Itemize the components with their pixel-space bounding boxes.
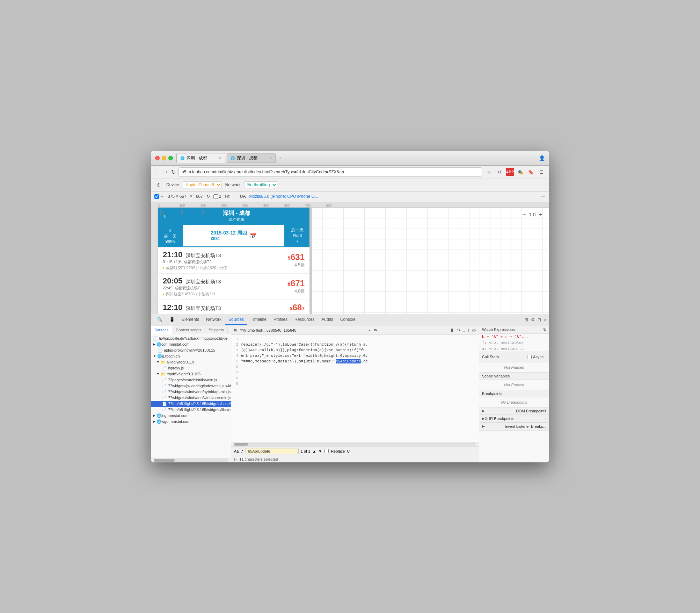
- more-files-icon[interactable]: ≫: [373, 328, 378, 332]
- step-into-btn[interactable]: ↓: [463, 327, 465, 333]
- tab-audits[interactable]: Audits: [318, 315, 336, 325]
- devtools-mobile-icon[interactable]: 📱: [166, 315, 178, 325]
- tab-1-close[interactable]: ×: [219, 156, 221, 160]
- sources-file-tab: ⊞ ??trip/h5-fligh...5700540_165640 × ≫ ⏸…: [231, 326, 479, 335]
- maximize-button[interactable]: [168, 156, 173, 160]
- tab-console[interactable]: Console: [337, 315, 359, 325]
- expand-files-icon[interactable]: ⊞: [234, 328, 237, 332]
- reload-button[interactable]: ↻: [171, 169, 176, 175]
- calendar-icon[interactable]: 📅: [250, 232, 257, 239]
- tree-hybridapi[interactable]: 📄 ??widgets/windvane/hybridapi-min.js,wi…: [151, 389, 231, 395]
- tree-aplus-proxy[interactable]: 📄 aplus-proxy.html?v=20130115: [151, 347, 231, 353]
- callstack-header[interactable]: Call Stack Async: [479, 352, 549, 362]
- tree-wgo-mmstat[interactable]: ▶ 🌐 wgo.mmstat.com: [151, 419, 231, 425]
- network-select[interactable]: No throttling: [244, 181, 277, 188]
- close-file-tab-btn[interactable]: ×: [369, 328, 371, 332]
- pause-btn[interactable]: ⏸: [450, 327, 454, 333]
- zoom-minus-btn[interactable]: −: [523, 211, 526, 218]
- tab-elements[interactable]: Elements: [178, 315, 203, 325]
- search-prev-btn[interactable]: ▲: [312, 449, 316, 453]
- file-icon-aplus: 📄: [158, 348, 163, 353]
- event-breakpoints-header[interactable]: ▶ Event Listener Breakp...: [479, 423, 549, 430]
- tab-2-close[interactable]: ×: [270, 156, 272, 160]
- tab-resources[interactable]: Resources: [291, 315, 318, 325]
- deactivate-btn[interactable]: ⊘: [472, 327, 476, 333]
- extensions-icon[interactable]: 🎭: [516, 168, 525, 176]
- sources-tree-scrollbar[interactable]: [151, 458, 231, 462]
- fullscreen-icon[interactable]: ⊡: [538, 317, 541, 322]
- tab-2[interactable]: 🌐 深圳 - 成都 ×: [227, 153, 276, 163]
- tab-network[interactable]: Network: [203, 315, 225, 325]
- devtools-search-icon[interactable]: 🔍: [154, 315, 166, 325]
- bookmark-icon[interactable]: ☆: [485, 168, 493, 176]
- step-over-btn[interactable]: ↷: [457, 327, 461, 333]
- file-icon-qasee: 📄: [162, 402, 167, 406]
- ruler-top: 0 100 200 300 400 500 600 700 800: [158, 202, 549, 208]
- tab-timeline[interactable]: Timeline: [247, 315, 270, 325]
- viewport-content: ‹ 深圳 - 成都 51个航班 ‹ 前一天 ¥655: [158, 208, 549, 314]
- tree-reset[interactable]: 📄 ??trip/h5-flight/0.3.165/widgets/libs/…: [151, 407, 231, 413]
- braces-icon[interactable]: {}: [234, 457, 236, 461]
- watch-expressions-header[interactable]: Watch Expressions ↻: [479, 326, 549, 334]
- tree-h5apiupdate[interactable]: 📄 h5ApiUpdate.do?callback=mtopjsonp2&typ…: [151, 336, 231, 341]
- devtools-toggle-icon[interactable]: ⏱: [154, 181, 163, 189]
- settings-icon[interactable]: ⚙: [531, 317, 535, 322]
- refresh-icon[interactable]: ↺: [495, 168, 504, 176]
- expand-arrow-logmmstat: ▶: [153, 414, 155, 417]
- copy-btn[interactable]: C: [347, 449, 350, 453]
- new-tab-button[interactable]: +: [278, 155, 282, 161]
- code-content[interactable]: 1 2 replace(/_/g,"-").toLowerCase()}func…: [231, 335, 479, 442]
- tree-trip-folder[interactable]: ▼ 📁 trip/h5-flight/0.3.165: [151, 371, 231, 377]
- flight-row-2[interactable]: 20:05 深圳宝安机场T3 22:45 成都双流机场T1 ● 四川航空3U87…: [158, 274, 309, 300]
- adblock-icon[interactable]: ABP: [506, 168, 514, 176]
- step-out-btn[interactable]: ↑: [467, 327, 470, 333]
- replace-checkbox[interactable]: [324, 449, 329, 453]
- save-icon[interactable]: 🔖: [527, 168, 535, 176]
- tree-searchlist[interactable]: 📄 ??pages/searchlist/list-min.js: [151, 377, 231, 383]
- back-button[interactable]: ←: [154, 169, 160, 175]
- responsive-toggle[interactable]: [154, 194, 159, 199]
- zoom-value: 1.0: [529, 212, 535, 217]
- tab-profiles[interactable]: Profiles: [270, 315, 291, 325]
- code-editor[interactable]: 1 2 replace(/_/g,"-").toLowerCase()}func…: [231, 335, 479, 446]
- xhr-breakpoints-header[interactable]: ▶ XHR Breakpoints +: [479, 415, 549, 423]
- flight-row-3[interactable]: 12:10 深圳宝安机场T3 ¥687: [158, 300, 309, 314]
- tree-qa-see[interactable]: 📄 ??trip/h5-flight/0.3.165/widgets/base/…: [151, 401, 231, 407]
- url-bar[interactable]: h5.m.taobao.com/trip/flight/searchlist/i…: [178, 167, 482, 176]
- more-options-icon[interactable]: ···: [541, 193, 546, 200]
- tree-js-loading[interactable]: 📄 ??widgets/js-loading/index-min.js,widg…: [151, 383, 231, 389]
- watch-refresh-btn[interactable]: ↻: [543, 327, 546, 332]
- tree-windvane[interactable]: 📄 ??widgets/windvane/windvane-min.js,wid…: [151, 395, 231, 401]
- sources-subtab-content[interactable]: Content scripts: [172, 326, 205, 334]
- tab-1[interactable]: 🌐 深圳 - 成都 ×: [176, 153, 225, 163]
- xhr-add-btn[interactable]: +: [544, 417, 546, 421]
- rotate-icon[interactable]: ↻: [206, 194, 210, 199]
- date-next-btn[interactable]: 后一天 ¥553 ›: [285, 224, 309, 247]
- sources-subtab-snippets[interactable]: Snippets: [205, 326, 228, 334]
- async-checkbox[interactable]: [527, 355, 532, 359]
- tree-g-tbcdn[interactable]: ▼ 🌐 g.tbcdn.cn: [151, 353, 231, 359]
- close-devtools-btn[interactable]: ×: [544, 317, 546, 322]
- tree-lsproxy[interactable]: 📄 lsproxy.js: [151, 365, 231, 371]
- search-input[interactable]: [246, 448, 299, 454]
- forward-button[interactable]: →: [163, 169, 168, 175]
- device-select[interactable]: Apple iPhone 6: [183, 181, 222, 188]
- tree-alilog[interactable]: ▼ 📁 alilog/wlog/0.1.9: [151, 359, 231, 365]
- zoom-plus-btn[interactable]: +: [538, 211, 542, 218]
- tab-sources[interactable]: Sources: [225, 315, 247, 325]
- expand-icon[interactable]: ⊞: [525, 317, 528, 322]
- close-button[interactable]: [155, 156, 160, 160]
- menu-icon[interactable]: ☰: [537, 168, 546, 176]
- scope-header[interactable]: Scope Variables: [479, 373, 549, 380]
- tree-cdn-mmstat[interactable]: ▶ 🌐 cdn.mmstat.com: [151, 341, 231, 347]
- search-next-btn[interactable]: ▼: [318, 449, 322, 453]
- capture-toggle[interactable]: [213, 194, 218, 199]
- breakpoints-header[interactable]: Breakpoints: [479, 390, 549, 397]
- flight-row-1[interactable]: 21:10 深圳宝安机场T3 01:15 +1天 成都双流机场T2 ● 成都航空…: [158, 247, 309, 274]
- code-scrollbar-h[interactable]: [231, 442, 479, 446]
- user-icon[interactable]: 👤: [539, 155, 545, 161]
- minimize-button[interactable]: [162, 156, 166, 160]
- sources-subtab-sources[interactable]: Sources: [151, 326, 172, 334]
- tree-log-mmstat[interactable]: ▶ 🌐 log.mmstat.com: [151, 413, 231, 419]
- dom-breakpoints-header[interactable]: ▶ DOM Breakpoints: [479, 408, 549, 415]
